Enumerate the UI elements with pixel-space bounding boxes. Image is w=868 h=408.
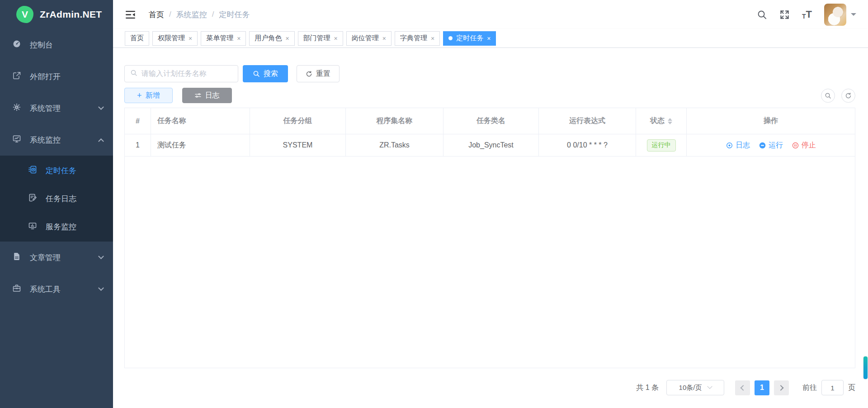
server-monitor-icon xyxy=(28,221,37,232)
chevron-down-icon xyxy=(98,285,104,291)
tab-label: 权限管理 xyxy=(158,34,185,43)
breadcrumb-separator: / xyxy=(169,10,171,19)
tags-view-bar: 首页 权限管理 × 菜单管理 × 用户角色 × 部门管理 × 岗位管理 × xyxy=(113,29,868,48)
tab-label: 部门管理 xyxy=(303,34,330,43)
tab-label: 字典管理 xyxy=(400,34,427,43)
page-size-select[interactable]: 10条/页 xyxy=(666,380,724,395)
logo-icon: V xyxy=(16,6,33,23)
row-action-log[interactable]: 日志 xyxy=(726,141,750,150)
active-dot xyxy=(448,36,453,40)
cell-task-group: SYSTEM xyxy=(250,134,346,156)
sidebar-item-console[interactable]: 控制台 xyxy=(0,29,113,61)
chevron-down-icon xyxy=(98,253,104,259)
sidebar-item-article-mgmt[interactable]: 文章管理 xyxy=(0,242,113,273)
close-icon[interactable]: × xyxy=(189,35,192,42)
close-icon[interactable]: × xyxy=(487,35,491,42)
tab-label: 岗位管理 xyxy=(352,34,379,43)
sidebar-item-label: 外部打开 xyxy=(30,71,61,82)
cell-status: 运行中 xyxy=(636,134,687,156)
tab-scheduled-task[interactable]: 定时任务 × xyxy=(443,31,496,46)
goto-unit-label: 页 xyxy=(848,383,855,393)
tab-dept-mgmt[interactable]: 部门管理 × xyxy=(298,31,343,46)
reset-button[interactable]: 重置 xyxy=(297,65,340,82)
col-cron: 运行表达式 xyxy=(539,108,636,134)
chevron-left-icon xyxy=(741,385,746,391)
page-number-button[interactable]: 1 xyxy=(755,380,769,395)
log-button[interactable]: 日志 xyxy=(182,88,232,103)
sidebar-item-external-open[interactable]: 外部打开 xyxy=(0,61,113,92)
article-icon xyxy=(12,252,21,263)
refresh-button[interactable] xyxy=(841,89,855,103)
font-size-icon[interactable]: TT xyxy=(802,9,812,19)
goto-page-input[interactable] xyxy=(821,380,844,395)
tab-permission-mgmt[interactable]: 权限管理 × xyxy=(152,31,198,46)
add-button[interactable]: + 新增 xyxy=(124,88,173,103)
close-icon[interactable]: × xyxy=(382,35,386,42)
search-button[interactable]: 搜索 xyxy=(243,65,288,82)
sidebar-item-system-monitor[interactable]: 系统监控 xyxy=(0,124,113,156)
sort-desc-icon[interactable] xyxy=(668,122,672,124)
tasks-table: # 任务名称 任务分组 程序集名称 任务类名 运行表达式 状态 操作 xyxy=(124,108,855,368)
sidebar-collapse-icon[interactable] xyxy=(125,9,136,20)
close-icon[interactable]: × xyxy=(285,35,289,42)
tab-menu-mgmt[interactable]: 菜单管理 × xyxy=(201,31,246,46)
sidebar-subitem-service-monitor[interactable]: 服务监控 xyxy=(0,213,113,241)
filter-row: 搜索 重置 xyxy=(124,65,855,82)
sidebar-item-system-mgmt[interactable]: 系统管理 xyxy=(0,92,113,124)
sidebar-item-system-tools[interactable]: 系统工具 xyxy=(0,273,113,305)
show-search-toggle-button[interactable] xyxy=(821,89,835,103)
sidebar-submenu-system-monitor: 定时任务 任务日志 服务监控 xyxy=(0,156,113,242)
tab-home[interactable]: 首页 xyxy=(125,31,149,46)
col-class-name: 任务类名 xyxy=(443,108,539,134)
close-icon[interactable]: × xyxy=(334,35,338,42)
task-name-search-field xyxy=(124,65,238,82)
dashboard-icon xyxy=(12,39,21,51)
goto-label: 前往 xyxy=(802,383,817,393)
table-toolbar: + 新增 日志 xyxy=(124,88,855,103)
page-content: 搜索 重置 + 新增 日志 xyxy=(113,48,868,408)
tab-dict-mgmt[interactable]: 字典管理 × xyxy=(395,31,440,46)
search-input[interactable] xyxy=(142,70,235,78)
close-icon[interactable]: × xyxy=(431,35,434,42)
gear-icon xyxy=(12,103,21,114)
header-actions: TT xyxy=(757,4,856,26)
sidebar-subitem-scheduled-task[interactable]: 定时任务 xyxy=(0,157,113,185)
sidebar-subitem-label: 服务监控 xyxy=(46,222,76,232)
cell-task-name: 测试任务 xyxy=(151,134,250,156)
breadcrumb-system-monitor[interactable]: 系统监控 xyxy=(176,9,207,20)
row-action-stop[interactable]: 停止 xyxy=(792,141,816,150)
breadcrumb-home[interactable]: 首页 xyxy=(149,9,164,20)
cell-index: 1 xyxy=(125,134,151,156)
search-icon[interactable] xyxy=(757,9,767,20)
top-header: 首页 / 系统监控 / 定时任务 TT xyxy=(113,0,868,29)
monitor-icon xyxy=(12,134,21,146)
tab-label: 用户角色 xyxy=(255,34,282,43)
table-row[interactable]: 1 测试任务 SYSTEM ZR.Tasks Job_SyncTest 0 0/… xyxy=(125,134,855,157)
row-action-run[interactable]: 运行 xyxy=(759,141,783,150)
toolbox-icon xyxy=(12,284,21,295)
cell-class-name: Job_SyncTest xyxy=(443,134,539,156)
table-header-row: # 任务名称 任务分组 程序集名称 任务类名 运行表达式 状态 操作 xyxy=(125,108,855,134)
fullscreen-icon[interactable] xyxy=(779,9,790,20)
tab-post-mgmt[interactable]: 岗位管理 × xyxy=(346,31,392,46)
prev-page-button[interactable] xyxy=(735,380,750,395)
tab-user-role[interactable]: 用户角色 × xyxy=(249,31,294,46)
avatar[interactable] xyxy=(824,4,846,26)
chevron-up-icon xyxy=(98,138,104,144)
sort-asc-icon[interactable] xyxy=(668,118,672,121)
scrollbar-thumb[interactable] xyxy=(863,356,868,379)
task-log-icon xyxy=(28,193,37,204)
sidebar-subitem-label: 任务日志 xyxy=(46,194,76,204)
sidebar-item-label: 系统管理 xyxy=(30,103,61,114)
chevron-down-icon xyxy=(98,104,104,110)
tab-label: 定时任务 xyxy=(456,34,483,43)
sidebar-item-label: 系统监控 xyxy=(30,135,61,145)
status-badge: 运行中 xyxy=(647,139,676,152)
next-page-button[interactable] xyxy=(774,380,789,395)
sort-icons[interactable] xyxy=(668,118,672,124)
col-status[interactable]: 状态 xyxy=(636,108,687,134)
pagination: 共 1 条 10条/页 1 前往 页 xyxy=(124,380,855,395)
close-icon[interactable]: × xyxy=(237,35,241,42)
user-menu[interactable] xyxy=(824,4,856,26)
sidebar-subitem-task-log[interactable]: 任务日志 xyxy=(0,185,113,213)
